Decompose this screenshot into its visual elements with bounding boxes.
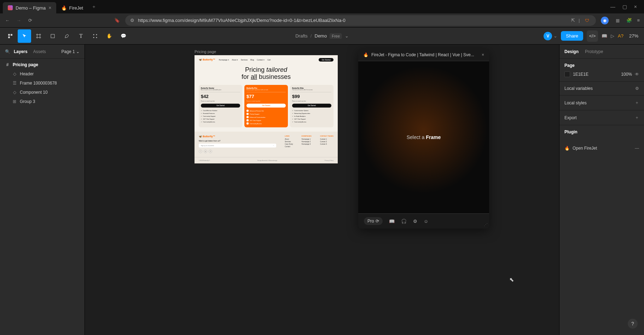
present-icon[interactable]: ▷ [611, 33, 614, 39]
missing-fonts-icon[interactable]: A? [618, 33, 623, 39]
resources-tool[interactable] [88, 29, 102, 43]
pen-tool[interactable] [60, 29, 74, 43]
svg-rect-1 [11, 34, 12, 36]
browser-menu-icon[interactable]: ≡ [637, 18, 640, 23]
browser-tab-figma[interactable]: Demo – Figma × [3, 2, 56, 13]
layer-frame[interactable]: ☰Frame 1000003678 [0, 79, 85, 88]
minimize-icon[interactable]: — [610, 4, 615, 10]
design-tab[interactable]: Design [564, 49, 579, 54]
window-controls: — ▢ × [610, 4, 641, 10]
page-selector[interactable]: Page 1 ⌄ [62, 49, 80, 54]
search-icon[interactable]: 🔍 [5, 49, 10, 54]
plugin-window[interactable]: 🔥 FireJet - Figma to Code | Tailwind | R… [358, 49, 489, 229]
hand-tool[interactable]: ✋ [103, 29, 116, 43]
extensions-menu-icon[interactable]: 🧩 [626, 18, 632, 23]
design-frame-pricing[interactable]: 🦋 Butterfly™ Homepage ▾About ▾ServicesBl… [195, 55, 338, 163]
browser-tab-firejet[interactable]: 🔥 FireJet [56, 2, 88, 13]
forward-button[interactable]: → [16, 18, 22, 23]
svg-point-5 [96, 34, 97, 35]
dev-mode-button[interactable]: </> [587, 30, 598, 42]
plus-icon: ＋ [635, 115, 639, 121]
site-settings-icon[interactable]: ⚙ [130, 18, 134, 23]
back-button[interactable]: ← [4, 18, 11, 23]
layers-tab[interactable]: Layers [14, 49, 28, 54]
chevron-down-icon[interactable]: ⌄ [553, 33, 557, 39]
local-variables-section[interactable]: Local variables⚙ [559, 82, 644, 96]
frame-label[interactable]: Pricing page [195, 50, 216, 54]
page-section-title: Page [564, 63, 639, 68]
extension-icon[interactable]: ◉ [601, 17, 609, 24]
resize-handle-icon[interactable]: ⋰ [484, 223, 488, 227]
settings-icon: ⚙ [635, 86, 639, 91]
figma-icon [8, 5, 13, 10]
cursor-icon: ⬉ [509, 276, 514, 283]
layer-group-3[interactable]: ⊞Group 3 [0, 97, 85, 106]
comment-tool[interactable]: 💬 [117, 29, 130, 43]
help-button[interactable]: ? [628, 319, 638, 329]
local-styles-section[interactable]: Local styles＋ [559, 96, 644, 110]
prototype-tab[interactable]: Prototype [585, 49, 603, 54]
brand-logo: 🦋 Butterfly™ [199, 58, 215, 61]
eye-icon[interactable]: 👁 [635, 72, 639, 77]
hero-heading: Pricing tailoredfor all businesses [195, 64, 338, 85]
drafts-link[interactable]: Drafts [295, 33, 308, 39]
export-section[interactable]: Export＋ [559, 110, 644, 125]
assets-tab[interactable]: Assets [33, 49, 46, 54]
close-icon[interactable]: × [48, 5, 51, 11]
background-hex[interactable]: 1E1E1E [573, 72, 618, 77]
plan-badge: Free [330, 33, 342, 39]
chevron-down-icon[interactable]: ⌄ [345, 33, 349, 39]
url-text: https://www.figma.com/design/M9uM77VIuAN… [138, 18, 568, 23]
left-panel: 🔍 Layers Assets Page 1 ⌄ #Pricing page ◇… [0, 45, 85, 335]
fire-icon: 🔥 [564, 146, 570, 151]
user-icon[interactable]: ☺ [424, 219, 428, 224]
pricing-card: Butterfly StarterBasic features at an un… [199, 85, 242, 127]
shape-tool[interactable] [46, 29, 59, 43]
library-icon[interactable]: 📖 [602, 33, 607, 39]
file-name[interactable]: Demo [314, 33, 327, 39]
brave-shield-icon[interactable]: 🛡 [583, 17, 591, 24]
share-button[interactable]: Share [561, 31, 583, 41]
pricing-card: Butterfly ProEnhance your experience wit… [244, 85, 288, 127]
component-icon: ◇ [12, 71, 17, 76]
svg-point-4 [93, 34, 94, 35]
pricing-card: Butterfly EliteThe best we have to offer… [290, 85, 333, 127]
open-firejet-item[interactable]: 🔥 Open FireJet — [559, 142, 644, 154]
pro-badge[interactable]: Pro ⟳ [364, 217, 383, 225]
layer-header[interactable]: ◇Header [0, 69, 85, 79]
text-tool[interactable]: T [74, 29, 88, 43]
frame-tool[interactable] [32, 29, 45, 43]
user-avatar[interactable]: V [544, 32, 552, 40]
close-icon[interactable]: × [482, 52, 484, 57]
minus-icon[interactable]: — [635, 146, 639, 151]
frame-icon: # [5, 62, 10, 67]
book-icon[interactable]: 📖 [389, 219, 395, 224]
gear-icon[interactable]: ⚙ [413, 219, 417, 224]
close-window-icon[interactable]: × [634, 4, 637, 10]
wallet-icon[interactable]: ▦ [614, 17, 621, 24]
address-bar: ← → ⟳ 🔖 ⚙ https://www.figma.com/design/M… [0, 13, 644, 28]
zoom-level[interactable]: 27% [627, 33, 640, 39]
background-swatch[interactable] [564, 71, 570, 77]
svg-rect-3 [51, 34, 54, 38]
layer-pricing-page[interactable]: #Pricing page [0, 60, 85, 69]
new-tab-button[interactable]: ＋ [88, 4, 100, 10]
reload-button[interactable]: ⟳ [27, 18, 33, 23]
figma-menu-icon[interactable] [4, 29, 17, 43]
component-icon: ◇ [12, 90, 17, 95]
move-tool[interactable] [18, 29, 31, 43]
bookmark-icon[interactable]: 🔖 [114, 18, 120, 23]
svg-rect-2 [8, 36, 10, 38]
share-url-icon[interactable]: ⇱ [571, 18, 575, 23]
url-input[interactable]: ⚙ https://www.figma.com/design/M9uM77VIu… [125, 15, 596, 26]
canvas[interactable]: Pricing page 🦋 Butterfly™ Homepage ▾Abou… [85, 45, 559, 335]
headset-icon[interactable]: 🎧 [401, 219, 407, 224]
layer-component-10[interactable]: ◇Component 10 [0, 88, 85, 97]
svg-point-7 [96, 37, 97, 38]
background-opacity[interactable]: 100% [621, 72, 632, 77]
newsletter-input: Sign up to newsletter→ [199, 144, 276, 148]
site-nav: Homepage ▾About ▾ServicesBlogContact ▾Ca… [219, 59, 271, 61]
plugin-section-title: Plugin [564, 129, 639, 134]
maximize-icon[interactable]: ▢ [622, 4, 627, 10]
figma-toolbar: T ✋ 💬 Drafts / Demo Free ⌄ V ⌄ Share </>… [0, 28, 644, 45]
